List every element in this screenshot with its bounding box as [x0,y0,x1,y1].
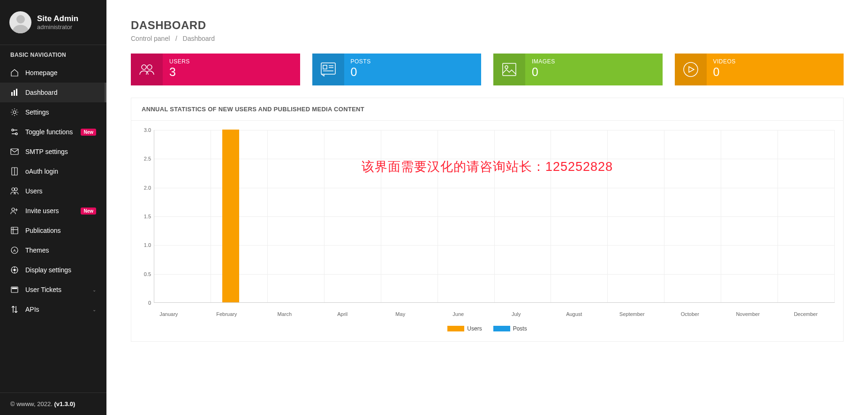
x-label: October [661,308,719,317]
x-label: December [777,308,835,317]
svg-rect-27 [503,63,516,76]
chart: 00.51.01.52.02.53.0 [154,130,835,308]
stat-users-label: USERS [169,58,294,65]
month-col [381,130,438,302]
svg-point-28 [505,66,508,69]
sidebar-item-toggle-functions[interactable]: Toggle functionsNew [0,122,106,142]
nav-label: Publications [25,227,96,234]
sidebar-item-settings[interactable]: Settings [0,102,106,122]
month-col [608,130,664,302]
profile-role: administrator [37,23,78,31]
svg-rect-11 [11,227,18,234]
y-tick: 1.5 [144,214,151,219]
sidebar-item-publications[interactable]: Publications [0,221,106,240]
nav-label: Dashboard [25,89,94,96]
nav-label: Themes [25,246,96,254]
month-col [495,130,551,302]
breadcrumb-control-panel[interactable]: Control panel [131,35,170,42]
svg-point-3 [13,111,16,114]
legend-users[interactable]: Users [447,325,482,332]
bar-users[interactable] [222,130,239,302]
x-label: February [198,308,256,317]
images-icon [493,54,525,85]
nav-label: APIs [25,306,86,313]
svg-rect-2 [16,89,17,96]
footer: © wwww, 2022. (v1.3.0) [0,392,106,415]
stat-card-images[interactable]: IMAGES0 [493,54,663,85]
profile-block[interactable]: Site Admin administrator [0,0,106,45]
nav-label: Homepage [25,69,96,77]
svg-point-20 [142,65,146,69]
avatar [9,11,31,33]
sidebar-item-users[interactable]: Users [0,181,106,201]
page-title: DASHBOARD [131,19,844,32]
profile-name: Site Admin [37,14,78,23]
month-col [721,130,778,302]
sidebar-item-oauth-login[interactable]: oAuth login [0,161,106,181]
legend-posts[interactable]: Posts [493,325,527,332]
svg-point-21 [147,65,152,69]
sidebar-item-homepage[interactable]: Homepage [0,63,106,83]
nav-label: Toggle functions [25,128,74,136]
y-tick: 2.0 [144,185,151,191]
nav-label: oAuth login [25,168,96,175]
chart-panel: ANNUAL STATISTICS OF NEW USERS AND PUBLI… [131,98,844,342]
stat-images-label: IMAGES [532,58,656,65]
month-col [778,130,835,302]
month-col [551,130,608,302]
x-label: June [430,308,488,317]
stat-card-posts[interactable]: POSTS0 [312,54,482,85]
sidebar-item-dashboard[interactable]: Dashboard [0,83,106,102]
y-tick: 0 [148,300,151,306]
users-icon [131,54,163,85]
nav-heading: BASIC NAVIGATION [0,45,106,63]
chart-legend: Users Posts [140,325,835,332]
sidebar-item-user-tickets[interactable]: User Tickets⌄ [0,280,106,300]
chevron-down-icon: ⌄ [92,307,96,312]
svg-point-9 [15,188,17,191]
sidebar-item-invite-users[interactable]: Invite usersNew [0,201,106,221]
svg-rect-19 [12,288,17,289]
svg-rect-6 [11,149,18,154]
svg-rect-1 [14,90,15,96]
breadcrumb-sep: / [175,35,177,42]
stat-images-value: 0 [532,65,656,79]
y-tick: 1.0 [144,242,151,248]
sidebar-item-apis[interactable]: APIs⌄ [0,300,106,319]
stat-videos-label: VIDEOS [713,58,838,65]
chevron-down-icon: ⌄ [92,287,96,292]
svg-rect-0 [11,92,13,96]
stat-card-users[interactable]: USERS3 [131,54,300,85]
x-label: August [545,308,604,317]
panel-title: ANNUAL STATISTICS OF NEW USERS AND PUBLI… [131,98,843,121]
month-col [664,130,721,302]
svg-point-10 [12,208,15,211]
breadcrumb-current: Dashboard [183,35,215,42]
stat-card-videos[interactable]: VIDEOS0 [675,54,844,85]
nav-badge: New [81,208,96,215]
main-content: DASHBOARD Control panel / Dashboard USER… [106,0,868,415]
y-tick: 2.5 [144,156,151,161]
stat-posts-label: POSTS [351,58,475,65]
month-col [211,130,268,302]
sidebar-item-smtp-settings[interactable]: SMTP settings [0,142,106,161]
svg-text:A: A [13,248,16,253]
x-label: March [256,308,314,317]
nav-label: Settings [25,108,96,116]
nav-label: SMTP settings [25,148,96,155]
stat-videos-value: 0 [713,65,838,79]
watermark-text: 该界面需要汉化的请咨询站长：125252828 [362,158,613,175]
stat-users-value: 3 [169,65,294,79]
sidebar-item-themes[interactable]: AThemes [0,240,106,260]
sidebar-item-display-settings[interactable]: Display settings [0,260,106,280]
nav-scroll[interactable]: HomepageDashboardSettingsToggle function… [0,63,106,392]
month-col [268,130,325,302]
nav-label: User Tickets [25,286,86,293]
x-label: April [314,308,372,317]
x-label: May [371,308,430,317]
svg-point-8 [12,188,15,191]
month-col [438,130,495,302]
y-tick: 0.5 [144,271,151,277]
footer-copyright: © wwww, 2022. [10,400,54,407]
svg-point-5 [15,133,17,135]
